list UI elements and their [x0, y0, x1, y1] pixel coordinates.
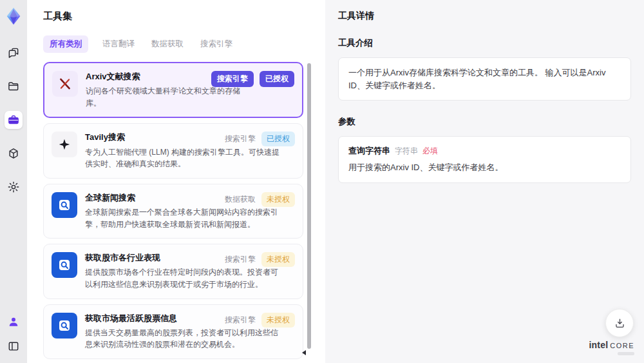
intro-box: 一个用于从Arxiv存储库搜索科学论文和文章的工具。 输入可以是Arxiv ID…: [338, 57, 631, 101]
status-badge: 未授权: [261, 252, 295, 267]
tool-badges: 数据获取 未授权: [225, 192, 295, 207]
details-title: 工具详情: [338, 10, 631, 22]
tab-all-categories[interactable]: 所有类别: [43, 35, 88, 53]
status-badge: 已授权: [261, 132, 295, 146]
status-badge: 未授权: [261, 313, 295, 328]
tool-description: 提供当天交易量最高的股票列表，投资者可以利用这些信息来识别流动性强的股票和潜在的…: [85, 327, 279, 351]
category-tabs: 所有类别 语言翻译 数据获取 搜索引擎: [43, 35, 312, 53]
folder-icon: [7, 80, 20, 93]
tool-description: 全球新闻搜索是一个聚合全球各大新闻网站内容的搜索引擎，帮助用户快速获取全球最新资…: [85, 206, 279, 230]
intro-heading: 工具介绍: [338, 37, 631, 49]
briefcase-icon: [7, 113, 20, 126]
cube-icon: [7, 147, 20, 160]
intro-text: 一个用于从Arxiv存储库搜索科学论文和文章的工具。 输入可以是Arxiv ID…: [348, 66, 621, 92]
gear-icon: [7, 181, 20, 193]
tool-description: 专为人工智能代理 (LLM) 构建的搜索引擎工具。可快速提供实时、准确和真实的结…: [85, 146, 279, 170]
tool-details-panel: 工具详情 工具介绍 一个用于从Arxiv存储库搜索科学论文和文章的工具。 输入可…: [325, 0, 644, 363]
status-badge: 未授权: [261, 192, 295, 207]
tool-name: Arxiv文献搜索: [86, 71, 221, 83]
param-head: 查询字符串 字符串 必填: [348, 145, 621, 157]
param-type: 字符串: [395, 146, 418, 157]
sidebar-collapse-button[interactable]: [5, 337, 23, 355]
core-text: CORE: [610, 342, 634, 349]
tool-description: 提供股票市场各个行业在特定时间段内的表现。投资者可以利用这些信息来识别表现优于或…: [85, 266, 279, 290]
tab-data-fetching[interactable]: 数据获取: [149, 35, 186, 53]
tool-card-tavily[interactable]: Tavily搜索 专为人工智能代理 (LLM) 构建的搜索引擎工具。可快速提供实…: [43, 123, 303, 178]
tool-badges: 搜索引擎 已授权: [225, 132, 295, 146]
download-button[interactable]: [605, 309, 634, 337]
tool-card-global-news[interactable]: 全球新闻搜索 全球新闻搜索是一个聚合全球各大新闻网站内容的搜索引擎，帮助用户快速…: [43, 184, 303, 239]
user-avatar[interactable]: [5, 313, 23, 331]
tool-description: 访问各个研究领域大量科学论文和文章的存储库。: [86, 85, 253, 109]
news-search-icon: [52, 192, 77, 218]
category-badge: 搜索引擎: [211, 71, 254, 87]
toolbox-panel: 工具集 所有类别 语言翻译 数据获取 搜索引擎 Arxiv文献搜索 访问各个研究…: [27, 0, 325, 363]
tool-card-active-stocks[interactable]: 获取市场最活跃股票信息 提供当天交易量最高的股票列表，投资者可以利用这些信息来识…: [43, 304, 303, 359]
list-scrollbar[interactable]: [307, 63, 311, 349]
stock-sector-icon: [52, 252, 77, 278]
tool-name: 获取股市各行业表现: [85, 252, 220, 264]
param-box: 查询字符串 字符串 必填 用于搜索的Arxiv ID、关键字或作者姓名。: [338, 136, 631, 183]
intel-text: intel: [589, 340, 608, 350]
tavily-star-icon: [52, 132, 77, 157]
status-badge: 已授权: [260, 71, 294, 87]
category-label: 搜索引擎: [225, 133, 256, 144]
tab-language-translation[interactable]: 语言翻译: [100, 35, 137, 53]
sidebar-item-toolbox[interactable]: [5, 111, 23, 129]
download-icon: [614, 317, 626, 329]
sidebar-nav: [5, 44, 23, 196]
tool-name: 获取市场最活跃股票信息: [85, 313, 220, 324]
params-heading: 参数: [338, 116, 631, 128]
tool-name: Tavily搜索: [85, 132, 220, 143]
sidebar-item-chat[interactable]: [5, 44, 23, 62]
tool-badges: 搜索引擎 已授权: [211, 71, 294, 87]
sidebar: [0, 0, 27, 363]
tool-badges: 搜索引擎 未授权: [225, 313, 295, 328]
intel-core-logo: intel CORE: [589, 340, 634, 355]
sidebar-bottom: [5, 313, 23, 355]
sidebar-item-files[interactable]: [5, 77, 23, 95]
diamond-logo-icon: [4, 6, 23, 26]
tool-name: 全球新闻搜索: [85, 192, 220, 204]
tool-badges: 搜索引擎 未授权: [225, 252, 295, 267]
app-window: 工具集 所有类别 语言翻译 数据获取 搜索引擎 Arxiv文献搜索 访问各个研究…: [0, 0, 644, 363]
chat-icon: [7, 46, 20, 59]
arxiv-logo-icon: [52, 71, 78, 97]
category-label: 数据获取: [225, 194, 256, 205]
tool-card-arxiv[interactable]: Arxiv文献搜索 访问各个研究领域大量科学论文和文章的存储库。 搜索引擎 已授…: [43, 62, 303, 118]
panel-layout-icon: [7, 340, 20, 353]
sidebar-item-models[interactable]: [5, 144, 23, 162]
person-icon: [7, 315, 20, 328]
tool-list: Arxiv文献搜索 访问各个研究领域大量科学论文和文章的存储库。 搜索引擎 已授…: [43, 62, 312, 363]
page-title: 工具集: [43, 10, 312, 23]
category-label: 搜索引擎: [225, 315, 256, 326]
category-label: 搜索引擎: [225, 254, 256, 265]
intel-core-wordmark: intel CORE: [589, 340, 634, 350]
param-description: 用于搜索的Arxiv ID、关键字或作者姓名。: [348, 161, 621, 174]
active-stock-icon: [52, 313, 77, 338]
app-logo[interactable]: [4, 6, 23, 27]
tool-card-stock-sectors[interactable]: 获取股市各行业表现 提供股票市场各个行业在特定时间段内的表现。投资者可以利用这些…: [43, 244, 303, 299]
scroll-arrow-icon[interactable]: [302, 350, 306, 355]
intel-core-sublabel-bar: [618, 352, 634, 355]
tab-search-engine[interactable]: 搜索引擎: [198, 35, 235, 53]
param-name: 查询字符串: [348, 145, 390, 157]
param-required-badge: 必填: [422, 146, 438, 157]
sidebar-item-settings[interactable]: [5, 178, 23, 196]
